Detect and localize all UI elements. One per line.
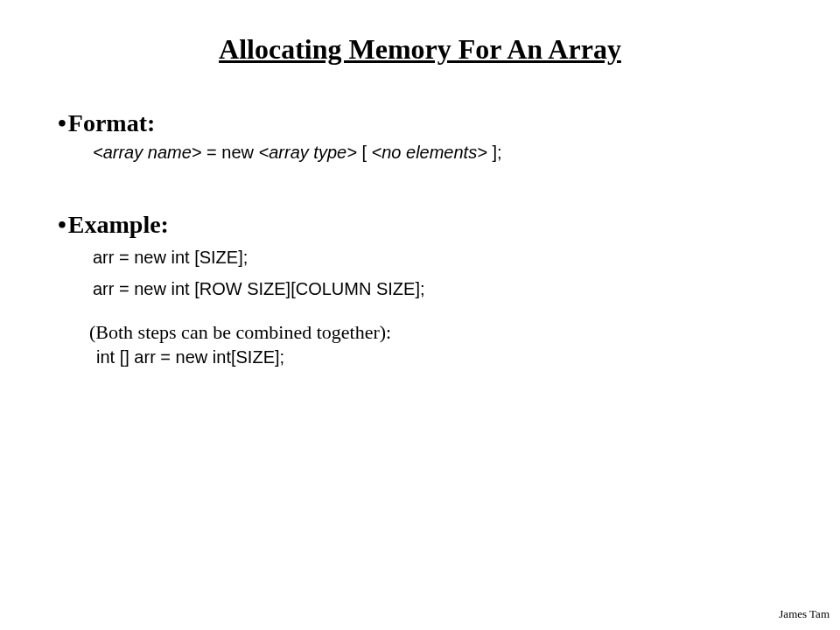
format-heading: Format: <box>68 109 156 137</box>
bullet-dot-icon: • <box>58 213 66 237</box>
slide-title: Allocating Memory For An Array <box>52 33 788 66</box>
format-array-name-placeholder: <array name> <box>93 143 202 162</box>
example-heading: Example: <box>68 211 169 239</box>
format-syntax-line: <array name> = new <array type> [ <no el… <box>93 143 788 163</box>
example-note: (Both steps can be combined together): <box>89 321 788 344</box>
example-code-line-2: arr = new int [ROW SIZE][COLUMN SIZE]; <box>93 276 788 302</box>
format-no-elements-placeholder: <no elements> <box>372 143 487 162</box>
format-open-bracket: [ <box>357 143 372 162</box>
example-bullet: • Example: <box>58 211 788 239</box>
format-bullet: • Format: <box>58 109 788 137</box>
example-code-line-1: arr = new int [SIZE]; <box>93 244 788 270</box>
example-section: • Example: arr = new int [SIZE]; arr = n… <box>52 211 788 368</box>
format-section: • Format: <array name> = new <array type… <box>52 109 788 163</box>
format-equals-new: = new <box>202 143 259 162</box>
bullet-dot-icon: • <box>58 111 66 136</box>
format-array-type-placeholder: <array type> <box>259 143 357 162</box>
footer-author: James Tam <box>779 607 830 621</box>
example-combined-code: int [] arr = new int[SIZE]; <box>96 347 788 368</box>
format-close-bracket: ]; <box>487 143 502 162</box>
